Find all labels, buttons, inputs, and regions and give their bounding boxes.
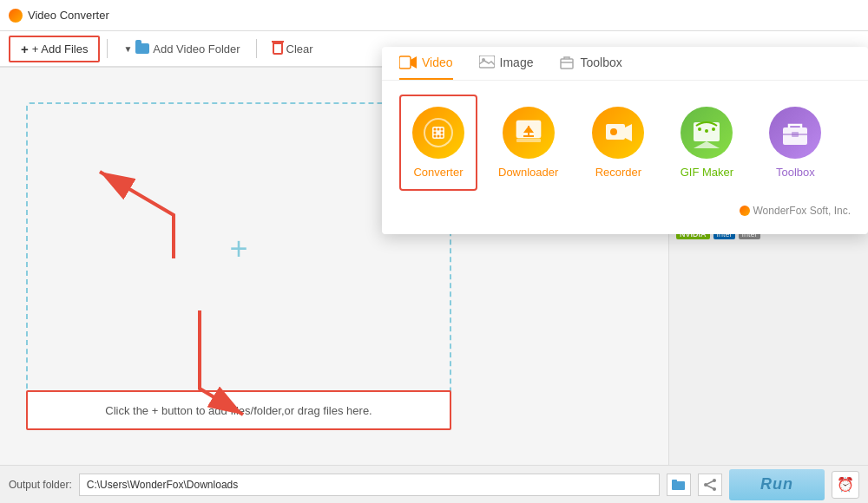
svg-point-17 xyxy=(434,128,437,131)
svg-rect-41 xyxy=(792,132,799,137)
svg-point-24 xyxy=(441,135,444,138)
toolbox-tab-icon xyxy=(559,56,575,69)
app-title: Video Converter xyxy=(28,9,109,22)
nav-footer-brand: WonderFox Soft, Inc. xyxy=(740,205,852,217)
downloader-label: Downloader xyxy=(498,166,558,179)
svg-line-7 xyxy=(706,480,714,485)
svg-point-36 xyxy=(698,127,701,131)
svg-point-19 xyxy=(441,128,444,131)
run-button[interactable]: Run xyxy=(729,469,825,500)
folder-icon xyxy=(135,43,149,54)
share-icon xyxy=(703,478,717,492)
gif-icon xyxy=(681,107,733,159)
svg-marker-35 xyxy=(694,141,720,148)
share-button[interactable] xyxy=(698,474,722,496)
nav-tab-toolbox-label: Toolbox xyxy=(580,56,621,69)
gif-label: GIF Maker xyxy=(681,166,733,179)
svg-point-21 xyxy=(441,132,444,134)
add-files-button[interactable]: + + Add Files xyxy=(9,36,100,62)
svg-line-8 xyxy=(706,485,714,489)
recorder-label: Recorder xyxy=(595,166,641,179)
nav-tab-video[interactable]: Video xyxy=(399,56,453,80)
drop-plus-icon: + xyxy=(229,231,247,267)
nav-item-recorder[interactable]: Recorder xyxy=(579,95,657,191)
output-path-input[interactable] xyxy=(79,474,660,496)
video-tab-icon xyxy=(399,56,417,69)
app-logo xyxy=(9,9,23,23)
clear-label: Clear xyxy=(286,42,313,56)
toolbar-divider2 xyxy=(256,39,257,58)
recorder-icon xyxy=(592,107,644,159)
toolbox-icon xyxy=(769,107,821,159)
image-tab-icon xyxy=(479,56,495,69)
nav-items-row: Converter Downloader xyxy=(382,81,868,205)
nav-item-gif[interactable]: GIF Maker xyxy=(667,95,746,191)
nav-tab-image[interactable]: Image xyxy=(479,56,534,80)
svg-rect-3 xyxy=(672,480,677,483)
svg-rect-13 xyxy=(561,59,573,69)
svg-point-38 xyxy=(712,127,715,131)
alarm-icon: ⏰ xyxy=(837,476,854,493)
add-files-label: + Add Files xyxy=(32,42,89,56)
svg-point-18 xyxy=(437,128,440,131)
svg-point-37 xyxy=(705,129,708,133)
svg-point-20 xyxy=(434,132,437,134)
svg-point-22 xyxy=(434,135,437,138)
nav-tab-image-label: Image xyxy=(500,56,534,69)
instruction-text: Click the + button to add files/folder,o… xyxy=(105,404,372,417)
add-folder-button[interactable]: ▼ Add Video Folder xyxy=(115,38,248,60)
dropdown-arrow-icon: ▼ xyxy=(123,44,132,54)
nav-tab-toolbox[interactable]: Toolbox xyxy=(559,56,621,80)
gif-svg xyxy=(691,117,722,148)
nav-tab-video-label: Video xyxy=(422,56,453,69)
toolbox-label: Toolbox xyxy=(776,166,815,179)
alarm-button[interactable]: ⏰ xyxy=(832,471,859,499)
nav-item-converter[interactable]: Converter xyxy=(399,95,477,191)
trash-icon xyxy=(273,42,283,55)
svg-marker-10 xyxy=(411,56,417,69)
nav-dropdown: Video Image Toolbox xyxy=(382,47,868,234)
plus-icon: + xyxy=(21,42,29,56)
converter-label: Converter xyxy=(413,166,463,179)
svg-rect-30 xyxy=(516,139,541,142)
instruction-box: Click the + button to add files/folder,o… xyxy=(26,390,451,430)
svg-marker-32 xyxy=(625,124,632,141)
downloader-svg xyxy=(513,117,544,148)
converter-icon xyxy=(412,107,464,159)
svg-point-23 xyxy=(437,135,440,138)
title-bar: Video Converter xyxy=(0,0,868,31)
browse-folder-button[interactable] xyxy=(667,474,691,496)
clear-button[interactable]: Clear xyxy=(264,38,322,60)
downloader-icon xyxy=(503,107,555,159)
footer-brand-text: WonderFox Soft, Inc. xyxy=(753,205,852,217)
converter-svg xyxy=(423,117,454,148)
toolbar-divider xyxy=(107,39,108,58)
svg-point-33 xyxy=(610,128,617,135)
output-folder-label: Output folder: xyxy=(9,479,72,491)
svg-rect-9 xyxy=(399,56,411,69)
nav-item-toolbox[interactable]: Toolbox xyxy=(756,95,834,191)
nav-item-downloader[interactable]: Downloader xyxy=(488,95,569,191)
footer-logo-dot xyxy=(740,206,750,216)
folder-open-icon xyxy=(672,479,686,491)
nav-tabs: Video Image Toolbox xyxy=(382,47,868,81)
recorder-svg xyxy=(602,117,634,148)
toolbox-svg xyxy=(779,117,811,148)
nav-footer: WonderFox Soft, Inc. xyxy=(382,205,868,217)
add-folder-label: Add Video Folder xyxy=(153,42,240,56)
bottom-bar: Output folder: Run ⏰ xyxy=(0,465,868,503)
